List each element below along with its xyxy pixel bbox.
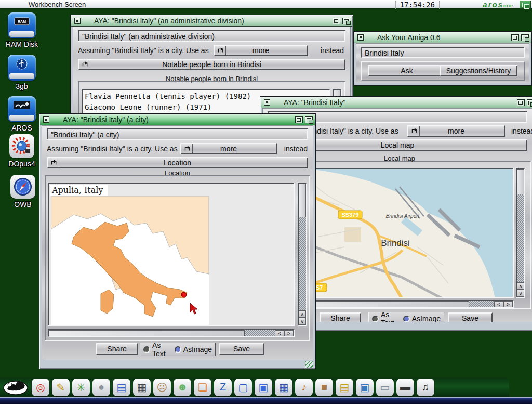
desktop-icon-ram-disk[interactable]: RAM RAM Disk (3, 12, 41, 48)
section-cycle-button[interactable]: Notable people born in Brindisi (78, 59, 345, 70)
share-button[interactable]: Share (96, 343, 138, 355)
dock-search-icon[interactable]: ● (92, 379, 110, 396)
dock-dopus-icon[interactable]: ◎ (32, 379, 49, 396)
save-button[interactable]: Save (219, 343, 264, 355)
depth-gadget-icon[interactable] (305, 116, 313, 123)
query-input[interactable]: "Brindisi Italy" (an administrative divi… (78, 30, 345, 42)
map-vscrollbar[interactable]: ∧ ∨ (298, 183, 307, 326)
titlebar[interactable]: AYA: "Brindisi Italy" (an administrative… (71, 16, 352, 27)
dock-paint-icon[interactable]: ✳ (72, 379, 90, 396)
owb-icon (10, 175, 35, 199)
scroll-knob[interactable] (517, 169, 524, 194)
cycle-label: Location (59, 159, 307, 167)
window-city[interactable]: AYA: "Brindisi Italy" (a city) "Brindisi… (39, 113, 316, 369)
zoom-gadget-icon[interactable] (332, 18, 340, 24)
scroll-left-button[interactable]: < (275, 330, 284, 336)
close-gadget-icon[interactable] (264, 99, 270, 106)
ask-button[interactable]: Ask (368, 65, 446, 76)
scroll-trough[interactable] (469, 301, 494, 307)
scroll-left-button[interactable]: < (494, 301, 503, 307)
dock-organizer-icon[interactable]: ▤ (113, 379, 130, 396)
assume-suffix: instead (284, 145, 308, 153)
close-gadget-icon[interactable] (74, 18, 81, 24)
list-item[interactable]: Giacomo Leone (runner) (1971) (85, 103, 211, 111)
scroll-trough[interactable] (299, 217, 306, 310)
screen-title: Workbench Screen (29, 1, 86, 8)
close-gadget-icon[interactable] (357, 34, 364, 41)
save-button[interactable]: Save (448, 312, 493, 322)
dock-toolbox-icon[interactable]: ▤ (336, 379, 353, 396)
dock-screenshot-icon[interactable]: ▣ (356, 379, 374, 396)
radio-as-text[interactable] (143, 346, 150, 353)
zoom-gadget-icon[interactable] (295, 116, 303, 123)
dock-calculator-icon[interactable]: ▦ (133, 379, 151, 396)
dock-calendar-icon[interactable]: ▦ (275, 379, 292, 396)
scroll-up-button[interactable]: ∧ (517, 282, 524, 290)
output-format-radios[interactable]: As Text AsImage (140, 343, 216, 356)
share-button[interactable]: Share (320, 312, 361, 322)
dock-radio-icon[interactable]: ♫ (417, 379, 434, 396)
output-format-radios[interactable]: As Text AsImage (368, 312, 444, 322)
screen-depth-gadget-icon[interactable] (520, 1, 531, 9)
map-vscrollbar[interactable]: ∧ ∨ (516, 168, 525, 298)
dock-package-icon[interactable]: ■ (315, 379, 333, 396)
ram-chip-emblem: RAM (14, 16, 30, 29)
assume-cycle-button[interactable]: more (214, 45, 308, 56)
dock-zune-icon[interactable]: Z (214, 379, 232, 396)
section-cycle-button[interactable]: Location (47, 157, 308, 168)
radio-as-image[interactable] (175, 346, 181, 353)
scroll-trough[interactable] (517, 194, 524, 282)
dock-scream-icon[interactable]: ☹ (153, 379, 171, 396)
scroll-trough[interactable] (245, 330, 275, 336)
desktop-icon-dopus4[interactable]: DOpus4 (3, 134, 41, 168)
down-arrow-icon: ∨ (300, 319, 304, 324)
zoom-gadget-icon[interactable] (511, 34, 519, 41)
desktop-icon-3gb[interactable]: 3gb (3, 55, 41, 90)
dock-prefs-windows-icon[interactable]: ❏ (194, 379, 211, 396)
location-map-view[interactable]: Apulia, Italy (48, 183, 295, 326)
map-hscrollbar[interactable]: < > (48, 329, 295, 337)
ask-query-input[interactable]: Brindisi Italy (361, 47, 525, 58)
scroll-knob[interactable] (299, 184, 306, 217)
assume-suffix: instead (511, 127, 532, 135)
desktop[interactable]: RAM RAM Disk 3gb AROS DOpus4 OWB (0, 10, 532, 404)
scroll-knob[interactable] (49, 330, 245, 336)
dock-notes-icon[interactable]: ✎ (52, 379, 70, 396)
dock-ghost-icon[interactable]: ☻ (174, 379, 191, 396)
assume-cycle-button[interactable]: more (407, 125, 505, 137)
close-gadget-icon[interactable] (43, 116, 49, 123)
zoom-gadget-icon[interactable] (517, 99, 525, 106)
depth-gadget-icon[interactable] (342, 18, 350, 24)
suggestions-history-button[interactable]: Suggestions/History (440, 65, 517, 76)
assume-cycle-button[interactable]: more (180, 143, 277, 154)
scroll-right-button[interactable]: > (503, 301, 513, 307)
scroll-right-button[interactable]: > (284, 330, 294, 336)
screen-titlebar[interactable]: Workbench Screen 17:54:26 arosone (0, 0, 532, 9)
list-item[interactable]: Flavia Pennetta (tennis player) (1982) (85, 92, 251, 100)
resize-gadget[interactable] (305, 361, 313, 368)
desktop-icon-owb[interactable]: OWB (4, 175, 42, 208)
radio-as-text[interactable] (372, 316, 379, 322)
titlebar[interactable]: AYA: "Brindisi Italy" (a city) (40, 114, 315, 125)
dock-aros-mascot-icon[interactable] (3, 377, 28, 397)
desktop-icon-aros[interactable]: AROS (3, 96, 41, 132)
window-ask-your-amiga[interactable]: Ask Your Amiga 0.6 Brindisi Italy Ask Su… (353, 31, 532, 86)
dock[interactable]: ◎✎✳●▤▦☹☻❏Z▢▣▦♪■▤▣▭▬♫ (0, 377, 509, 397)
titlebar[interactable]: Ask Your Amiga 0.6 (354, 32, 531, 43)
depth-gadget-icon[interactable] (521, 34, 529, 41)
titlebar[interactable]: AYA: "Brindisi Italy" (261, 97, 532, 108)
cycle-label: more (420, 127, 504, 135)
dock-audio-icon[interactable]: ♪ (295, 379, 313, 396)
scroll-up-button[interactable]: ∧ (299, 310, 306, 318)
scroll-down-button[interactable]: ∨ (517, 290, 524, 297)
depth-gadget-icon[interactable] (527, 99, 532, 106)
dock-monitor-icon[interactable]: ▢ (234, 379, 252, 396)
mouse-pointer-icon (189, 303, 200, 315)
dock-image-viewer-icon[interactable]: ▣ (255, 379, 272, 396)
dock-video-icon[interactable]: ▬ (396, 379, 414, 396)
scroll-down-button[interactable]: ∨ (299, 318, 306, 325)
radio-as-image[interactable] (403, 316, 410, 322)
window-title: AYA: "Brindisi Italy" (an administrative… (94, 17, 330, 25)
query-input[interactable]: "Brindisi Italy" (a city) (47, 128, 308, 140)
dock-doc-viewer-icon[interactable]: ▭ (376, 379, 394, 396)
